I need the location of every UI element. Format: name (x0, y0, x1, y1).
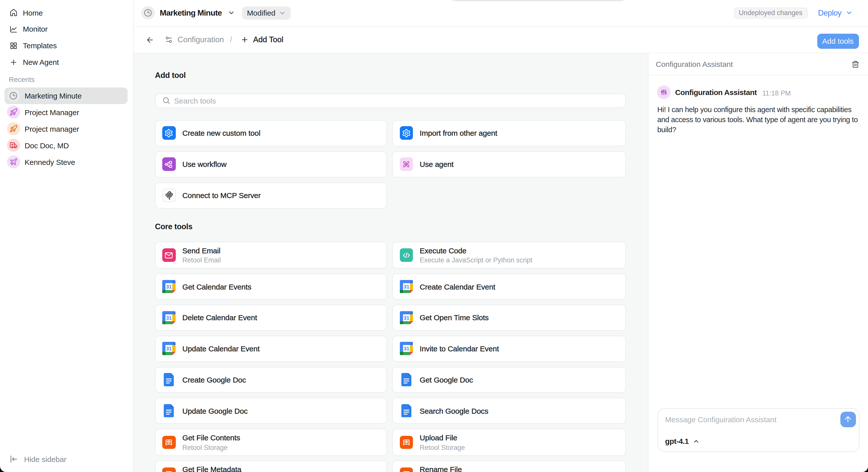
svg-text:31: 31 (403, 284, 409, 290)
svg-text:31: 31 (403, 315, 409, 320)
svg-text:31: 31 (166, 315, 172, 320)
svg-text:31: 31 (403, 346, 409, 352)
svg-text:31: 31 (166, 284, 172, 290)
svg-text:31: 31 (166, 346, 172, 352)
